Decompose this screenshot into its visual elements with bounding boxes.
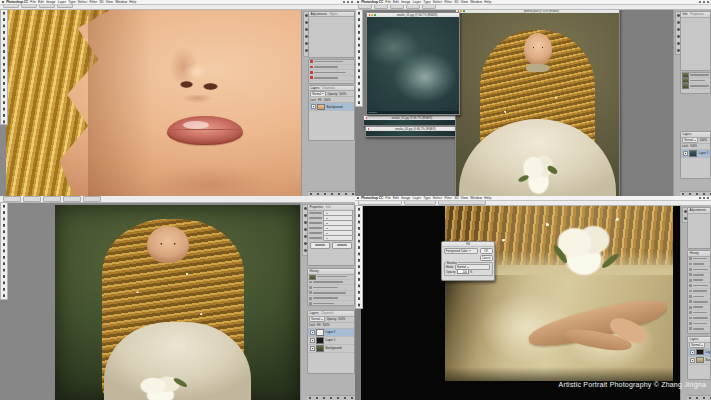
app-menu[interactable]: Photoshop CC [6,0,28,4]
close-icon[interactable] [366,117,368,119]
photoshop-workflow-collage: Photoshop CC File Edit Image Layer Type … [0,0,711,400]
panel-footer-icons[interactable] [680,191,711,196]
fill-dialog[interactable]: Fill Foreground Color OK Cancel Blending… [441,241,495,281]
document-canvas-smoke-texture[interactable] [367,17,459,111]
menu-bar[interactable]: Photoshop CC File Edit Image Layer Type … [355,196,711,201]
greeked-label [309,222,322,224]
property-select[interactable] [323,235,352,241]
tab-history[interactable]: History [690,251,699,255]
tab-styles[interactable]: Styles [330,12,338,16]
menu-items[interactable]: File Edit Image Layer Type Select Filter… [385,0,491,4]
visibility-eye-icon[interactable] [683,151,688,156]
options-bar-control[interactable] [23,196,41,201]
toolbox[interactable] [355,205,363,309]
zoom-level[interactable]: 66.67% [369,111,377,114]
blend-mode-select[interactable]: Normal [689,343,705,349]
toolbox[interactable] [355,9,363,107]
panel-button[interactable] [310,242,330,249]
action-item[interactable] [309,76,354,81]
visibility-eye-icon[interactable] [310,330,315,335]
panel-footer-icons[interactable] [308,191,355,196]
close-icon[interactable] [369,14,371,16]
layer-row[interactable]: Background [308,345,354,353]
toolbox[interactable] [0,202,8,300]
tab-channels[interactable]: Channels [322,86,335,90]
document-canvas-portrait[interactable] [456,13,619,196]
opacity-value[interactable]: 100% [338,317,345,321]
document-canvas-portrait-green[interactable] [55,205,300,400]
blend-mode-select[interactable]: Normal [309,317,325,323]
options-bar-control[interactable] [83,196,101,201]
layer-row[interactable]: Layer 1 [681,150,710,158]
app-menu[interactable]: Photoshop CC [361,196,383,200]
tab-history[interactable]: History [310,269,319,273]
document-canvas-face-closeup[interactable] [6,9,302,197]
greeked-label [309,237,322,239]
history-row[interactable] [308,301,354,305]
document-canvas-hands-bouquet[interactable] [445,205,673,381]
greeked-label [313,287,338,289]
minimize-icon[interactable] [460,10,462,12]
tab-layers[interactable]: Layers [690,337,699,341]
apple-icon[interactable] [357,1,359,3]
options-bar-control[interactable] [63,196,81,201]
tab-adjustments[interactable]: Adjustments [690,208,707,212]
menu-items[interactable]: File Edit Image Layer Type Select Filter… [30,0,136,4]
visibility-eye-icon[interactable] [310,338,315,343]
zoom-icon[interactable] [374,14,376,16]
layer-row[interactable]: Layer 2 [308,329,354,337]
tab-properties[interactable]: Properties [690,12,704,16]
channel-row[interactable] [681,84,710,89]
close-icon[interactable] [368,128,370,130]
layer-row[interactable]: Background [309,103,354,111]
visibility-eye-icon[interactable] [690,358,695,363]
fill-value[interactable]: 100% [690,144,697,148]
tab-info[interactable]: Info [683,12,688,16]
history-row[interactable] [688,332,710,333]
ok-button[interactable]: OK [480,248,493,254]
app-menu[interactable]: Photoshop CC [361,0,383,4]
apple-icon[interactable] [357,197,359,199]
tab-layers[interactable]: Layers [311,86,320,90]
zoom-icon[interactable] [463,10,465,12]
fill-value[interactable]: 100% [322,323,329,327]
menu-bar[interactable]: Photoshop CC File Edit Image Layer Type … [355,0,711,5]
smoke-document-window-2[interactable]: smoke_02.jpg @ 66.7% (RGB/8) [363,115,458,126]
options-bar[interactable] [0,196,355,203]
visibility-eye-icon[interactable] [690,350,695,355]
fill-contents-select[interactable]: Foreground Color [444,248,479,254]
options-bar-control[interactable] [43,196,61,201]
chevron-down-icon [326,223,328,224]
opacity-value[interactable]: 100% [700,138,707,142]
layer-row[interactable]: Background [688,357,710,365]
panel-footer-icons[interactable] [687,395,711,400]
tab-adjustments[interactable]: Adjustments [311,12,328,16]
visibility-eye-icon[interactable] [311,104,316,109]
tab-layers[interactable]: Layers [683,132,692,136]
visibility-eye-icon[interactable] [310,346,315,351]
cancel-button[interactable]: Cancel [480,255,493,261]
portrait-document-window[interactable]: portrait.psd @ 25% (RGB/8) [455,8,620,196]
tab-properties[interactable]: Properties [310,205,324,209]
tab-layers[interactable]: Layers [310,311,319,315]
menu-bar[interactable]: Photoshop CC File Edit Image Layer Type … [0,0,355,5]
tab-info[interactable]: Info [326,205,331,209]
opacity-value[interactable]: 100% [339,92,346,96]
panel-footer-icons[interactable] [307,395,355,400]
blend-mode-select[interactable]: Normal [682,138,698,144]
opacity-input[interactable]: 100 [457,269,469,274]
fill-value[interactable]: 100% [323,98,330,102]
smoke-document-window-3[interactable]: smoke_03.jpg @ 66.7% (RGB/8) [365,126,463,137]
layer-row[interactable]: Layer 1 [308,337,354,345]
snapshot-thumbnail [309,275,316,280]
minimize-icon[interactable] [371,14,373,16]
tab-channels[interactable]: Channels [321,311,334,315]
apple-icon[interactable] [2,1,4,3]
smoke-document-window-1[interactable]: smoke_01.jpg @ 66.7% (RGB/8) 66.67% [366,12,460,115]
layer-row[interactable]: Layer 1 [688,349,710,357]
blend-mode-select[interactable]: Normal [310,91,326,97]
menu-items[interactable]: File Edit Image Layer Type Select Filter… [385,196,491,200]
panel-button[interactable] [332,242,352,249]
options-bar-control[interactable] [3,196,21,201]
toolbox[interactable] [0,9,8,125]
